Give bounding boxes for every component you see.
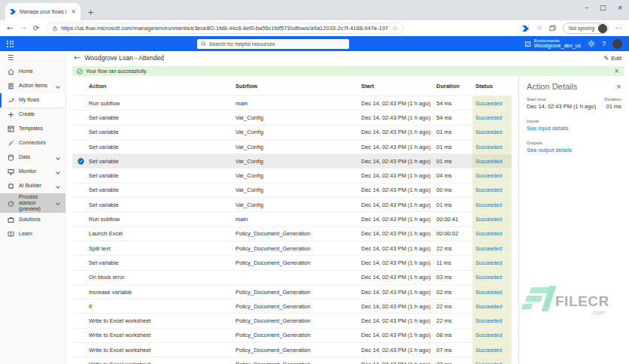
sidebar-item-action-items[interactable]: Action items bbox=[0, 79, 65, 93]
row-status[interactable]: Succeeded bbox=[473, 227, 512, 241]
back-arrow-icon[interactable]: ← bbox=[74, 54, 80, 62]
row-start: Dec 14, 02:43 PM (1 h ago) bbox=[361, 343, 436, 356]
table-row[interactable]: Set variable Var_Config Dec 14, 02:43 PM… bbox=[72, 183, 512, 197]
app-launcher-icon[interactable] bbox=[7, 41, 14, 47]
table-row[interactable]: Split text Policy_Document_Generation De… bbox=[72, 241, 512, 255]
sidebar-item-data[interactable]: Data bbox=[0, 150, 65, 165]
browser-tabstrip: Manage your flows | Microsoft P × + – □ … bbox=[0, 0, 629, 20]
table-row[interactable]: Write to Excel worksheet Policy_Document… bbox=[72, 356, 512, 364]
window-minimize-button[interactable]: – bbox=[585, 4, 588, 11]
table-row[interactable]: On block error Dec 14, 02:43 PM (1 h ago… bbox=[72, 270, 512, 284]
row-status[interactable]: Succeeded bbox=[473, 198, 512, 211]
row-status[interactable]: Succeeded bbox=[473, 184, 512, 197]
row-status[interactable]: Succeeded bbox=[473, 343, 512, 356]
row-status[interactable]: Succeeded bbox=[473, 329, 512, 342]
banner-close-icon[interactable]: × bbox=[614, 68, 619, 74]
sidebar-item-connectors[interactable]: Connectors bbox=[0, 136, 65, 150]
profile-sync-button[interactable]: Not syncing bbox=[563, 23, 609, 34]
row-status[interactable]: Succeeded bbox=[473, 357, 512, 364]
row-status[interactable]: Succeeded bbox=[473, 96, 512, 110]
chevron-down-icon bbox=[56, 184, 60, 189]
see-output-details-link[interactable]: See output details bbox=[527, 147, 621, 153]
table-row[interactable]: Write to Excel worksheet Policy_Document… bbox=[72, 313, 512, 327]
sidebar: ☰ Home Action items My flows Create Temp… bbox=[0, 51, 66, 364]
environment-picker[interactable]: Environments Woodgrove_dev_us bbox=[524, 38, 581, 49]
sidebar-item-home[interactable]: Home bbox=[0, 65, 65, 79]
table-row[interactable]: Write to Excel worksheet Policy_Document… bbox=[72, 342, 512, 356]
table-row[interactable]: If Policy_Document_Generation Dec 14, 02… bbox=[72, 299, 512, 313]
action-items-icon bbox=[8, 83, 14, 89]
url-field[interactable]: https://us.flow.microsoft.com/manage/env… bbox=[46, 23, 404, 34]
table-row[interactable]: Set variable Var_Config Dec 14, 02:43 PM… bbox=[72, 125, 512, 139]
tab-close-icon[interactable]: × bbox=[71, 9, 76, 15]
table-row[interactable]: Run subflow main Dec 14, 02:43 PM (1 h a… bbox=[72, 96, 512, 110]
table-row[interactable]: Set variable Var_Config Dec 14, 02:43 PM… bbox=[72, 197, 512, 211]
row-status[interactable]: Succeeded bbox=[473, 271, 512, 284]
row-status[interactable]: Succeeded bbox=[473, 168, 512, 182]
row-status[interactable]: Succeeded bbox=[473, 299, 512, 313]
row-duration: 01 ms bbox=[436, 140, 473, 153]
process-advisor-icon bbox=[8, 200, 14, 207]
row-duration: 01 ms bbox=[436, 154, 473, 168]
row-duration: 54 ms bbox=[436, 111, 473, 124]
browser-tab[interactable]: Manage your flows | Microsoft P × bbox=[5, 3, 81, 20]
row-status[interactable]: Succeeded bbox=[473, 256, 512, 269]
row-status[interactable]: Succeeded bbox=[473, 126, 512, 139]
edit-button[interactable]: ✎ Edit bbox=[604, 55, 622, 62]
hamburger-menu-icon[interactable]: ☰ bbox=[0, 51, 65, 65]
table-row[interactable]: Run subflow main Dec 14, 02:43 PM (1 h a… bbox=[72, 211, 512, 226]
user-avatar[interactable] bbox=[612, 39, 622, 49]
help-icon[interactable]: ? bbox=[602, 40, 606, 47]
row-duration: 00:00:41 bbox=[436, 212, 473, 226]
table-row[interactable]: Set variable Var_Config Dec 14, 02:43 PM… bbox=[72, 153, 512, 168]
table-row[interactable]: Set variable Var_Config Dec 14, 02:43 PM… bbox=[72, 168, 512, 182]
collections-icon[interactable] bbox=[549, 25, 556, 32]
sidebar-item-create[interactable]: Create bbox=[0, 108, 65, 122]
table-row[interactable]: Write to Excel worksheet Policy_Document… bbox=[72, 328, 512, 342]
column-header-start: Start bbox=[361, 83, 436, 89]
new-tab-button[interactable]: + bbox=[87, 8, 94, 17]
power-automate-extension-icon[interactable] bbox=[522, 25, 530, 32]
sidebar-item-monitor[interactable]: Monitor bbox=[0, 165, 65, 179]
back-button[interactable]: ← bbox=[7, 25, 13, 32]
row-action: Launch Excel bbox=[89, 227, 235, 241]
settings-gear-icon[interactable] bbox=[588, 40, 595, 47]
sidebar-item-learn[interactable]: Learn bbox=[0, 227, 65, 241]
refresh-button[interactable]: ⟳ bbox=[33, 25, 39, 32]
row-action: Run subflow bbox=[89, 212, 235, 226]
sidebar-item-solutions[interactable]: Solutions bbox=[0, 213, 65, 227]
details-close-icon[interactable]: × bbox=[615, 83, 621, 90]
sidebar-item-ai-builder[interactable]: AI Builder bbox=[0, 179, 65, 193]
see-input-details-link[interactable]: See input details bbox=[527, 125, 621, 132]
row-status[interactable]: Succeeded bbox=[473, 111, 512, 124]
page-title: Woodgrove Loan - Attended bbox=[84, 54, 164, 62]
forward-button[interactable]: → bbox=[20, 25, 26, 32]
table-row[interactable]: Set variable Var_Config Dec 14, 02:43 PM… bbox=[72, 139, 512, 153]
favorites-bar-icon[interactable]: ☆ bbox=[536, 25, 542, 32]
sidebar-item-my-flows[interactable]: My flows bbox=[0, 93, 65, 108]
row-status[interactable]: Succeeded bbox=[473, 314, 512, 327]
start-time-value: Dec 14, 02:43 PM (1 h ago) bbox=[527, 103, 596, 110]
browser-menu-icon[interactable]: ⋯ bbox=[615, 25, 622, 32]
row-status[interactable]: Succeeded bbox=[473, 285, 512, 299]
table-row[interactable]: Set variable Policy_Document_Generation … bbox=[72, 255, 512, 269]
flow-run-header: ← Woodgrove Loan - Attended ✎ Edit bbox=[66, 51, 629, 65]
table-row[interactable]: Launch Excel Policy_Document_Generation … bbox=[72, 226, 512, 241]
favorite-star-icon[interactable]: ☆ bbox=[392, 25, 398, 32]
help-search-box[interactable]: Search for helpful resources bbox=[197, 39, 349, 49]
row-action: Set variable bbox=[89, 198, 235, 211]
sidebar-item-templates[interactable]: Templates bbox=[0, 122, 65, 136]
row-status[interactable]: Succeeded bbox=[473, 140, 512, 153]
table-row[interactable]: Set variable Var_Config Dec 14, 02:43 PM… bbox=[72, 110, 512, 124]
environment-icon bbox=[524, 41, 531, 47]
window-close-button[interactable]: × bbox=[617, 4, 623, 11]
row-status[interactable]: Succeeded bbox=[473, 241, 512, 255]
power-automate-favicon bbox=[10, 8, 17, 15]
row-status[interactable]: Succeeded bbox=[473, 212, 512, 226]
row-status[interactable]: Succeeded bbox=[473, 154, 512, 168]
row-start: Dec 14, 02:43 PM (1 h ago) bbox=[361, 198, 436, 211]
sidebar-item-process-advisor[interactable]: Process advisor (preview) bbox=[0, 193, 65, 213]
column-header-duration: Duration bbox=[436, 83, 473, 89]
table-row[interactable]: Increase variable Policy_Document_Genera… bbox=[72, 284, 512, 299]
window-maximize-button[interactable]: □ bbox=[600, 4, 606, 11]
